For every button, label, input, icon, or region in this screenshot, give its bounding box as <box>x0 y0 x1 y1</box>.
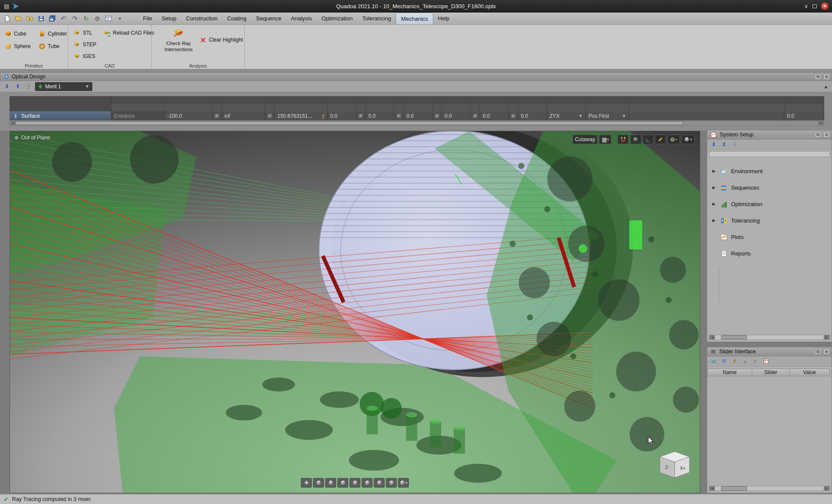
view-top-button[interactable] <box>325 478 336 488</box>
ribbon-item-clear-highlight[interactable]: Clear Highlight <box>199 27 243 53</box>
surface-value-cell[interactable]: 0.0 <box>442 111 471 120</box>
column-header[interactable] <box>432 104 442 111</box>
column-header[interactable] <box>480 104 509 111</box>
surface-value-cell[interactable]: 0.0 <box>366 111 394 120</box>
slider-column-value[interactable]: Value <box>790 368 830 376</box>
minimize-button[interactable]: ∨ <box>804 3 808 10</box>
panel-close-icon[interactable]: ✕ <box>823 74 830 80</box>
collapse-panel-icon[interactable]: ▴ <box>822 82 830 91</box>
column-header[interactable] <box>394 104 404 111</box>
pencil-button[interactable] <box>655 135 666 144</box>
surface-checkbox[interactable]: ✓ <box>265 111 275 120</box>
view-box-button[interactable]: ▾ <box>681 135 695 144</box>
expand-arrow-icon[interactable]: ▶ <box>712 185 717 190</box>
panel-maximize-icon[interactable]: ⧉ <box>815 74 821 80</box>
ribbon-item-check-ray-intersections[interactable]: Check RayIntersections <box>158 27 199 53</box>
gear-button[interactable]: ⚙✦ <box>667 135 680 144</box>
measure-button[interactable]: ∟ <box>643 135 653 144</box>
panel-maximize-icon[interactable]: ⧉ <box>815 132 821 138</box>
surface-value-cell[interactable]: 0.0 <box>404 111 432 120</box>
column-header[interactable] <box>784 104 824 111</box>
column-header[interactable] <box>442 104 471 111</box>
column-header[interactable] <box>547 104 586 111</box>
slider-column-name[interactable]: Name <box>707 368 752 376</box>
tree-item-environment[interactable]: ▶Environment <box>707 163 832 179</box>
slider-column-slider[interactable]: Slider <box>752 368 790 376</box>
close-button[interactable]: ✕ <box>821 3 829 10</box>
ribbon-item-tube[interactable]: Tube <box>38 41 68 52</box>
surface-value-cell[interactable]: 0.0 <box>518 111 547 120</box>
surface-dropdown-cell[interactable]: ZYX▼ <box>547 111 586 120</box>
surface-dropdown-cell[interactable]: Pos First▼ <box>586 111 629 120</box>
move-up-icon[interactable]: ▵ <box>741 357 749 366</box>
surface-value-cell[interactable]: 150.6763151...ƒ <box>275 111 328 120</box>
expand-arrow-icon[interactable]: ▶ <box>712 202 717 206</box>
column-header[interactable] <box>404 104 432 111</box>
import-file-button[interactable] <box>24 13 35 24</box>
sort-asc-icon[interactable]: ⬆ <box>13 82 22 91</box>
menu-setup[interactable]: Setup <box>157 13 181 24</box>
surface-checkbox[interactable]: ✓ <box>471 111 480 120</box>
column-header[interactable] <box>356 104 366 111</box>
expand-arrow-icon[interactable]: ▶ <box>712 218 717 223</box>
layout-dropdown-button[interactable]: ▾ <box>114 13 125 24</box>
column-header[interactable] <box>328 104 356 111</box>
column-header[interactable] <box>518 104 547 111</box>
column-header[interactable] <box>275 104 328 111</box>
column-header[interactable] <box>509 104 518 111</box>
menu-sequence[interactable]: Sequence <box>251 13 286 24</box>
tree-item-tolerancing[interactable]: ▶Tolerancing <box>707 212 832 229</box>
surface-row-header[interactable]: Surface <box>10 111 111 120</box>
scroll-left-icon[interactable]: ◄ <box>10 121 16 125</box>
menu-dots-icon[interactable]: ⋮ <box>24 82 33 91</box>
menu-analysis[interactable]: Analysis <box>286 13 316 24</box>
out-of-plane-indicator[interactable]: ⊕ Out of Plane <box>14 135 50 141</box>
clear-table-icon[interactable] <box>761 357 770 366</box>
magnet-button[interactable] <box>618 135 629 144</box>
new-file-button[interactable] <box>2 13 13 24</box>
scroll-left-icon[interactable]: ◄ <box>709 486 715 491</box>
scroll-right-icon[interactable]: ► <box>824 335 829 339</box>
refresh-button[interactable]: ↻ <box>81 13 91 24</box>
column-header[interactable] <box>212 104 222 111</box>
tree-item-optimization[interactable]: ▶Optimization <box>707 196 832 212</box>
panel-close-icon[interactable]: ✕ <box>823 132 830 138</box>
panel-pin-icon[interactable] <box>4 74 9 79</box>
fit-view-button[interactable]: ✚ <box>301 478 312 488</box>
column-header[interactable] <box>471 104 480 111</box>
ribbon-item-sphere[interactable]: Sphere <box>4 41 31 52</box>
parameter-icon[interactable]: P <box>720 357 728 366</box>
link-sliders-icon[interactable]: ⇄ <box>709 357 718 366</box>
column-header[interactable] <box>366 104 394 111</box>
ribbon-item-cylinder[interactable]: Cylinder <box>38 28 68 39</box>
surface-value-cell[interactable]: 0.0 <box>328 111 356 120</box>
system-setup-filter[interactable] <box>709 151 830 157</box>
scroll-right-icon[interactable]: ► <box>818 121 824 125</box>
scrollbar-thumb[interactable] <box>721 486 747 491</box>
save-all-button[interactable] <box>47 13 58 24</box>
column-header[interactable] <box>586 104 629 111</box>
sort-desc-icon[interactable]: ⬇ <box>709 140 718 149</box>
tree-item-plots[interactable]: Plots <box>707 229 832 245</box>
sphere-view-button[interactable] <box>630 135 641 144</box>
column-header[interactable] <box>165 104 212 111</box>
view-front-button[interactable] <box>313 478 324 488</box>
tree-item-sequences[interactable]: ▶Sequences <box>707 179 832 196</box>
section-grid-button[interactable]: ▦▾ <box>599 135 611 144</box>
menu-help[interactable]: Help <box>433 13 455 24</box>
ribbon-item-iges[interactable]: IGES <box>73 51 96 62</box>
window-menu-icon[interactable]: ▤ <box>4 3 9 10</box>
open-file-button[interactable] <box>13 13 24 24</box>
menu-mechanics[interactable]: Mechanics <box>396 13 433 24</box>
cutaway-button[interactable]: Cutaway <box>572 135 598 144</box>
expand-arrow-icon[interactable]: ▶ <box>712 169 717 173</box>
panel-maximize-icon[interactable]: ⧉ <box>815 349 821 355</box>
function-icon[interactable]: f <box>730 357 739 366</box>
macro-gear-button[interactable]: ⚙ <box>92 13 103 24</box>
ribbon-item-cube[interactable]: Cube <box>4 28 31 39</box>
menu-optimization[interactable]: Optimization <box>317 13 358 24</box>
column-header[interactable] <box>629 104 784 111</box>
orientation-cube[interactable]: Z- X+ <box>656 451 693 479</box>
merit-function-select[interactable]: ✚ Merit 1 ▼ <box>35 82 92 91</box>
3d-viewport[interactable]: ⊕ Out of Plane Cutaway ▦▾∟⚙✦▾ ✚▾ Z- X+ <box>10 131 700 493</box>
